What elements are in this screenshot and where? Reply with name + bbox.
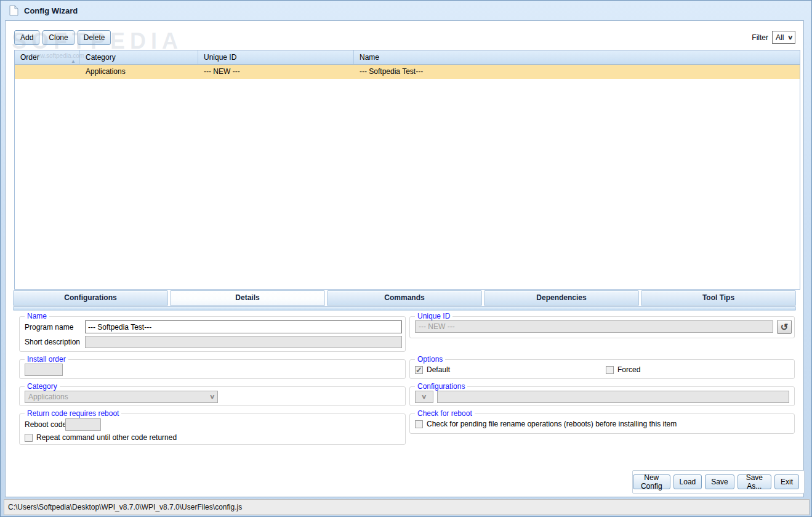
- pending-rename-checkbox[interactable]: [415, 420, 423, 428]
- document-icon: [9, 5, 18, 16]
- footer-button-panel: New Config Load Save Save As... Exit: [632, 470, 805, 494]
- name-group-legend: Name: [25, 312, 49, 320]
- check-reboot-group: Check for reboot Check for pending file …: [409, 413, 795, 434]
- unique-id-legend: Unique ID: [415, 312, 452, 320]
- configurations-dropdown-button[interactable]: ∨: [415, 391, 433, 403]
- cell-name: --- Softpedia Test---: [354, 65, 800, 79]
- unique-id-field: --- NEW ---: [415, 320, 773, 333]
- program-name-input[interactable]: [85, 320, 402, 333]
- return-code-legend: Return code requires reboot: [25, 409, 121, 418]
- install-order-field: [25, 364, 63, 376]
- cell-unique-id: --- NEW ---: [198, 65, 354, 79]
- config-file-path: C:\Users\Softpedia\Desktop\WPI_v8.7.0\WP…: [8, 503, 242, 511]
- table-row[interactable]: Applications --- NEW --- --- Softpedia T…: [15, 65, 800, 79]
- category-select[interactable]: Applications ∨: [25, 391, 218, 403]
- default-checkbox-label: Default: [427, 365, 450, 374]
- column-header-order[interactable]: Order ▲: [15, 51, 80, 64]
- reboot-code-field: [65, 418, 101, 431]
- filter-control: Filter All ∨: [752, 31, 795, 44]
- cell-category: Applications: [80, 65, 198, 79]
- options-legend: Options: [415, 355, 445, 364]
- window-title: Config Wizard: [24, 6, 78, 15]
- configurations-legend: Configurations: [415, 382, 467, 391]
- items-grid: Order ▲ Category Unique ID Name Applicat…: [14, 50, 800, 290]
- short-description-field: [85, 336, 402, 348]
- category-legend: Category: [25, 382, 60, 391]
- chevron-down-icon: ∨: [421, 394, 427, 400]
- tab-commands[interactable]: Commands: [327, 290, 482, 306]
- repeat-command-label: Repeat command until other code returned: [36, 433, 177, 442]
- exit-button[interactable]: Exit: [774, 474, 799, 489]
- column-header-name[interactable]: Name: [354, 51, 800, 64]
- repeat-command-checkbox[interactable]: [25, 434, 33, 442]
- titlebar[interactable]: Config Wizard: [1, 1, 811, 20]
- status-bar: C:\Users\Softpedia\Desktop\WPI_v8.7.0\WP…: [4, 499, 810, 515]
- tab-dependencies[interactable]: Dependencies: [484, 290, 639, 306]
- install-order-legend: Install order: [25, 355, 68, 364]
- regenerate-id-button[interactable]: ↺: [777, 320, 792, 334]
- tab-strip: [13, 306, 796, 311]
- program-name-label: Program name: [25, 323, 85, 332]
- configurations-group: Configurations ∨: [409, 386, 795, 406]
- forced-checkbox[interactable]: [606, 366, 614, 374]
- chevron-down-icon: ∨: [209, 394, 215, 400]
- new-config-button[interactable]: New Config: [633, 474, 670, 489]
- short-description-label: Short description: [25, 338, 85, 346]
- install-order-group: Install order: [19, 359, 406, 379]
- chevron-down-icon: ∨: [787, 35, 794, 41]
- name-group: Name Program name Short description: [19, 316, 406, 352]
- save-as-button[interactable]: Save As...: [738, 474, 771, 489]
- configurations-field: [437, 391, 789, 403]
- grid-header: Order ▲ Category Unique ID Name: [15, 51, 800, 65]
- column-header-category[interactable]: Category: [80, 51, 198, 64]
- load-button[interactable]: Load: [673, 474, 702, 489]
- filter-select[interactable]: All ∨: [772, 31, 795, 44]
- filter-selected-value: All: [776, 33, 784, 42]
- refresh-icon: ↺: [781, 322, 789, 332]
- return-code-group: Return code requires reboot Reboot code …: [19, 413, 406, 445]
- check-reboot-legend: Check for reboot: [415, 409, 475, 418]
- forced-checkbox-label: Forced: [617, 365, 640, 374]
- tab-bar: Configurations Details Commands Dependen…: [13, 290, 796, 306]
- config-wizard-window: Config Wizard SOFTPEDIA www.softpedia.co…: [0, 0, 812, 517]
- tab-tool-tips[interactable]: Tool Tips: [641, 290, 796, 306]
- add-button[interactable]: Add: [14, 30, 39, 45]
- default-checkbox[interactable]: [415, 366, 423, 374]
- sort-ascending-icon: ▲: [71, 55, 76, 68]
- save-button[interactable]: Save: [705, 474, 734, 489]
- main-panel: SOFTPEDIA www.softpedia.com Add Clone De…: [5, 20, 804, 497]
- category-group: Category Applications ∨: [19, 386, 406, 406]
- reboot-code-label: Reboot code: [25, 420, 65, 429]
- filter-label: Filter: [752, 33, 768, 42]
- column-header-unique-id[interactable]: Unique ID: [198, 51, 354, 64]
- unique-id-group: Unique ID --- NEW --- ↺: [409, 316, 795, 338]
- pending-rename-label: Check for pending file rename operations…: [427, 420, 677, 428]
- tab-configurations[interactable]: Configurations: [13, 290, 168, 306]
- tab-details[interactable]: Details: [170, 290, 325, 306]
- options-group: Options Default Forced: [409, 359, 795, 379]
- toolbar: Add Clone Delete: [14, 30, 111, 45]
- delete-button[interactable]: Delete: [78, 30, 111, 45]
- category-selected-value: Applications: [28, 391, 68, 402]
- clone-button[interactable]: Clone: [42, 30, 74, 45]
